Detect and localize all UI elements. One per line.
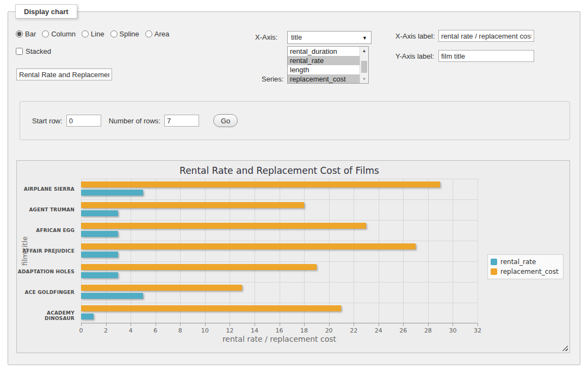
chart-title: Rental Rate and Replacement Cost of Film… xyxy=(81,165,478,176)
x-axis-select-label: X-Axis: xyxy=(255,33,277,41)
category-label: AFRICAN EGG xyxy=(17,228,75,233)
x-tick-mark xyxy=(205,323,206,326)
chart-type-radio-spline[interactable] xyxy=(110,30,117,37)
chart-type-radio-line[interactable] xyxy=(82,30,89,37)
bar-rental_rate xyxy=(81,313,94,319)
x-tick-mark xyxy=(81,323,82,326)
x-tick-label: 2 xyxy=(104,327,108,334)
chart-type-label: Line xyxy=(91,30,104,38)
x-tick-label: 4 xyxy=(129,327,133,334)
x-axis-title: rental rate / replacement cost xyxy=(81,335,478,343)
x-tick-mark xyxy=(304,323,305,326)
num-rows-input[interactable] xyxy=(164,115,199,127)
x-tick-label: 30 xyxy=(449,327,456,334)
x-tick-label: 6 xyxy=(153,327,157,334)
start-row-input[interactable] xyxy=(66,115,101,127)
legend-swatch-rental_rate xyxy=(491,259,497,265)
bar-group-agent-truman xyxy=(81,199,478,220)
bar-group-adaptation-holes xyxy=(81,261,478,282)
series-listbox[interactable]: rental_durationrental_ratelengthreplacem… xyxy=(287,46,369,84)
start-row-label: Start row: xyxy=(32,117,63,125)
series-option-rental_rate[interactable]: rental_rate xyxy=(288,56,360,65)
chart-type-option-spline[interactable]: Spline xyxy=(110,30,139,38)
chart-type-label: Column xyxy=(51,30,76,38)
bar-group-african-egg xyxy=(81,220,478,241)
gridline-vertical xyxy=(478,179,478,323)
stacked-checkbox-row[interactable]: Stacked xyxy=(16,47,51,55)
chart-type-option-column[interactable]: Column xyxy=(42,30,76,38)
bar-group-academy-dinosaur xyxy=(81,303,478,323)
bar-group-affair-prejudice xyxy=(81,241,478,261)
category-label: AIRPLANE SIERRA xyxy=(17,186,75,192)
x-tick-mark xyxy=(428,323,429,326)
x-tick-label: 22 xyxy=(350,327,357,334)
bar-replacement_cost xyxy=(81,243,416,249)
bar-rental_rate xyxy=(81,252,118,258)
chart-type-radio-bar[interactable] xyxy=(16,30,23,37)
y-axis-label-caption: Y-Axis label: xyxy=(395,52,434,60)
bar-rental_rate xyxy=(81,272,118,278)
legend-label: rental_rate xyxy=(500,258,536,266)
bar-rental_rate xyxy=(81,190,143,196)
x-tick-label: 16 xyxy=(276,327,283,334)
x-tick-mark xyxy=(329,323,330,326)
x-tick-label: 10 xyxy=(201,327,209,334)
y-axis-label-input[interactable] xyxy=(438,50,534,62)
x-tick-mark xyxy=(131,323,131,326)
legend-item-rental_rate[interactable]: rental_rate xyxy=(491,257,559,267)
series-option-replacement_cost[interactable]: replacement_cost xyxy=(288,74,360,84)
series-option-rental_duration[interactable]: rental_duration xyxy=(288,47,360,56)
category-axis-labels: AIRPLANE SIERRAAGENT TRUMANAFRICAN EGGAF… xyxy=(17,179,78,323)
scroll-up-icon[interactable]: ▲ xyxy=(360,47,368,55)
x-tick-mark xyxy=(379,323,379,326)
legend-item-replacement_cost[interactable]: replacement_cost xyxy=(491,267,559,277)
scroll-down-icon[interactable]: ▼ xyxy=(360,75,368,83)
scrollbar-thumb[interactable] xyxy=(361,61,367,73)
x-axis-label-input[interactable] xyxy=(438,30,534,42)
bar-replacement_cost xyxy=(81,305,341,311)
category-label: AFFAIR PREJUDICE xyxy=(17,248,75,254)
bar-rental_rate xyxy=(81,210,118,216)
num-rows-label: Number of rows: xyxy=(109,117,160,125)
x-axis-selected-value: title xyxy=(291,33,302,41)
x-axis-label-caption: X-Axis label: xyxy=(395,32,435,40)
chart-panel: Rental Rate and Replacement Cost of Film… xyxy=(16,160,570,353)
bar-rental_rate xyxy=(81,293,143,299)
bar-rental_rate xyxy=(81,231,118,237)
x-tick-label: 24 xyxy=(375,327,382,334)
stacked-label: Stacked xyxy=(26,47,51,55)
x-tick-mark xyxy=(255,323,255,326)
chart-type-radio-area[interactable] xyxy=(145,30,152,37)
bar-replacement_cost xyxy=(81,285,242,291)
chart-type-label: Area xyxy=(154,30,169,38)
series-option-length[interactable]: length xyxy=(288,65,360,74)
page: Display chart BarColumnLineSplineArea St… xyxy=(0,0,588,370)
chart-title-input[interactable] xyxy=(16,68,112,80)
listbox-scrollbar[interactable]: ▲ ▼ xyxy=(360,47,368,83)
x-axis-select[interactable]: title ▼ xyxy=(287,31,372,44)
chart-type-option-bar[interactable]: Bar xyxy=(16,30,36,38)
chart-type-label: Bar xyxy=(25,30,36,38)
chart-type-option-line[interactable]: Line xyxy=(82,30,104,38)
legend-label: replacement_cost xyxy=(500,268,559,275)
chart-type-option-area[interactable]: Area xyxy=(145,30,169,38)
chart-type-radio-column[interactable] xyxy=(42,30,49,37)
bar-replacement_cost xyxy=(81,202,304,208)
x-tick-label: 12 xyxy=(226,327,233,334)
x-tick-mark xyxy=(478,323,478,326)
category-label: AGENT TRUMAN xyxy=(17,207,75,212)
category-label: ADAPTATION HOLES xyxy=(17,269,75,274)
bar-replacement_cost xyxy=(81,181,440,187)
category-label: ACADEMY DINOSAUR xyxy=(17,310,75,321)
go-button[interactable]: Go xyxy=(213,114,238,127)
x-tick-mark xyxy=(403,323,404,326)
resize-handle-icon[interactable] xyxy=(562,345,568,351)
x-tick-label: 20 xyxy=(325,327,333,334)
chart-type-radio-group: BarColumnLineSplineArea xyxy=(16,30,173,38)
x-tick-mark xyxy=(106,323,107,326)
bar-group-ace-goldfinger xyxy=(81,282,478,303)
x-tick-mark xyxy=(280,323,280,326)
stacked-checkbox[interactable] xyxy=(16,48,23,55)
x-tick-label: 18 xyxy=(300,327,308,334)
bar-replacement_cost xyxy=(81,223,366,229)
